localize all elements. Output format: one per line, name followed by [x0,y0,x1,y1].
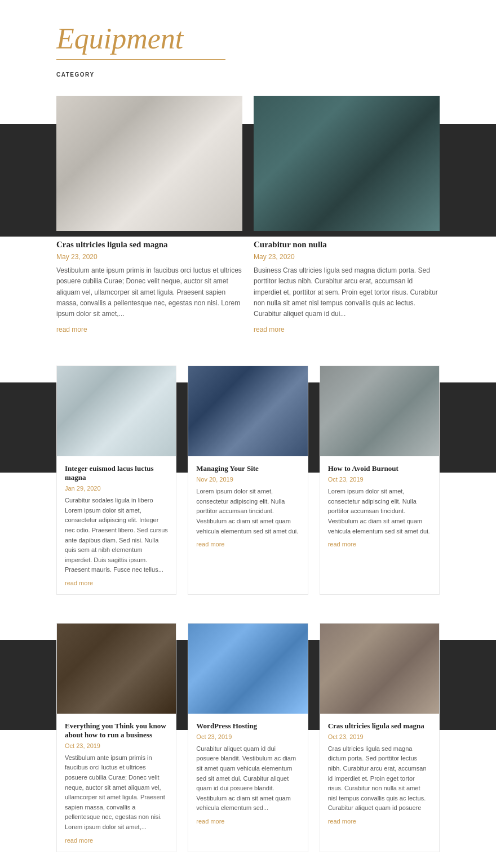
grid-post-content-4: Managing Your Site Nov 20, 2019 Lorem ip… [188,456,307,555]
post-excerpt-2: Business Cras ultricies ligula sed magna… [254,265,440,319]
read-more-2[interactable]: read more [254,326,285,333]
grid-read-more-3[interactable]: read more [65,580,168,586]
grid-post-date-5: Oct 23, 2019 [328,476,431,483]
featured-post-1: Cras ultricies ligula sed magna May 23, … [56,96,242,343]
grid-post-8: Cras ultricies ligula sed magna Oct 23, … [320,623,440,852]
featured-post-2: Curabitur non nulla May 23, 2020 Busines… [254,96,440,343]
grid-post-content-6: Everything you Think you know about how … [57,714,176,852]
grid-section-2: Everything you Think you know about how … [0,617,496,858]
grid-post-date-4: Nov 20, 2019 [196,476,299,483]
post-image-2 [254,96,440,231]
grid-post-image-4 [188,366,307,456]
title-divider [56,59,225,60]
grid-post-5: How to Avoid Burnout Oct 23, 2019 Lorem … [320,366,440,595]
page-title: Equipment [56,23,440,55]
post-title-1: Cras ultricies ligula sed magna [56,240,242,250]
post-date-1: May 23, 2020 [56,253,242,261]
grid-post-3: Integer euismod lacus luctus magna Jan 2… [56,366,176,595]
grid-post-image-7 [188,624,307,714]
grid-post-excerpt-8: Cras ultricies ligula sed magna dictum p… [328,744,431,813]
grid-post-6: Everything you Think you know about how … [56,623,176,852]
posts-grid-2: Everything you Think you know about how … [0,617,496,858]
grid-post-image-8 [320,624,439,714]
grid-post-date-8: Oct 23, 2019 [328,733,431,740]
post-date-2: May 23, 2020 [254,253,440,261]
grid-read-more-6[interactable]: read more [65,837,168,844]
grid-post-image-3 [57,366,176,456]
grid-read-more-5[interactable]: read more [328,541,431,547]
grid-post-excerpt-5: Lorem ipsum dolor sit amet, consectetur … [328,487,431,536]
posts-grid-1: Integer euismod lacus luctus magna Jan 2… [0,360,496,600]
grid-post-excerpt-4: Lorem ipsum dolor sit amet, consectetur … [196,487,299,536]
featured-section: Cras ultricies ligula sed magna May 23, … [0,90,496,343]
grid-post-excerpt-6: Vestibulum ante ipsum primis in faucibus… [65,753,168,833]
grid-post-title-6: Everything you Think you know about how … [65,722,168,740]
spacer-2 [0,600,496,617]
post-content-1: Cras ultricies ligula sed magna May 23, … [56,231,242,343]
grid-read-more-8[interactable]: read more [328,818,431,825]
featured-posts: Cras ultricies ligula sed magna May 23, … [0,90,496,343]
grid-post-title-8: Cras ultricies ligula sed magna [328,722,431,731]
read-more-1[interactable]: read more [56,326,87,333]
post-image-1 [56,96,242,231]
grid-section-1: Integer euismod lacus luctus magna Jan 2… [0,360,496,600]
grid-post-image-5 [320,366,439,456]
grid-post-date-7: Oct 23, 2019 [196,733,299,740]
grid-post-7: WordPress Hosting Oct 23, 2019 Curabitur… [188,623,308,852]
grid-post-content-5: How to Avoid Burnout Oct 23, 2019 Lorem … [320,456,439,555]
grid-read-more-7[interactable]: read more [196,818,299,825]
grid-post-title-3: Integer euismod lacus luctus magna [65,464,168,482]
category-label: CATEGORY [56,72,95,78]
post-excerpt-1: Vestibulum ante ipsum primis in faucibus… [56,265,242,319]
post-content-2: Curabitur non nulla May 23, 2020 Busines… [254,231,440,343]
grid-post-excerpt-7: Curabitur aliquet quam id dui posuere bl… [196,744,299,813]
grid-post-date-3: Jan 29, 2020 [65,485,168,492]
grid-post-excerpt-3: Curabitur sodales ligula in libero Lorem… [65,496,168,575]
grid-post-content-7: WordPress Hosting Oct 23, 2019 Curabitur… [188,714,307,833]
post-title-2: Curabitur non nulla [254,240,440,250]
grid-post-title-7: WordPress Hosting [196,722,299,731]
grid-post-title-5: How to Avoid Burnout [328,464,431,473]
grid-post-image-6 [57,624,176,714]
grid-post-date-6: Oct 23, 2019 [65,742,168,749]
spacer-1 [0,343,496,360]
grid-post-title-4: Managing Your Site [196,464,299,473]
grid-post-content-8: Cras ultricies ligula sed magna Oct 23, … [320,714,439,833]
grid-post-4: Managing Your Site Nov 20, 2019 Lorem ip… [188,366,308,595]
page-header: Equipment CATEGORY [0,0,496,90]
grid-post-content-3: Integer euismod lacus luctus magna Jan 2… [57,456,176,594]
grid-read-more-4[interactable]: read more [196,541,299,547]
